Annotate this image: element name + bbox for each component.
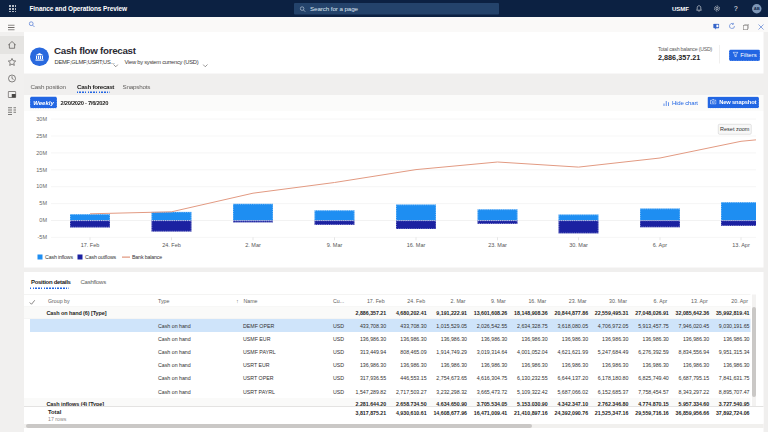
- svg-text:0M: 0M: [39, 217, 47, 223]
- svg-text:16. Mar: 16. Mar: [407, 242, 426, 248]
- svg-text:13. Apr: 13. Apr: [732, 242, 750, 248]
- svg-text:9. Mar: 9. Mar: [327, 242, 343, 248]
- svg-text:2. Mar: 2. Mar: [245, 242, 261, 248]
- svg-text:5M: 5M: [39, 200, 47, 206]
- svg-text:Cash outflows: Cash outflows: [85, 254, 117, 260]
- svg-text:25M: 25M: [36, 133, 47, 139]
- svg-text:20M: 20M: [36, 150, 47, 156]
- svg-text:10M: 10M: [36, 183, 47, 189]
- svg-text:6. Apr: 6. Apr: [653, 242, 668, 248]
- svg-text:Bank balance: Bank balance: [132, 254, 162, 260]
- svg-text:17. Feb: 17. Feb: [81, 242, 100, 248]
- svg-text:24. Feb: 24. Feb: [162, 242, 181, 248]
- svg-text:30. Mar: 30. Mar: [569, 242, 588, 248]
- svg-text:23. Mar: 23. Mar: [488, 242, 507, 248]
- svg-text:15M: 15M: [36, 167, 47, 173]
- svg-text:Cash inflows: Cash inflows: [45, 254, 73, 260]
- svg-text:-5M: -5M: [38, 234, 48, 240]
- svg-text:30M: 30M: [36, 116, 47, 122]
